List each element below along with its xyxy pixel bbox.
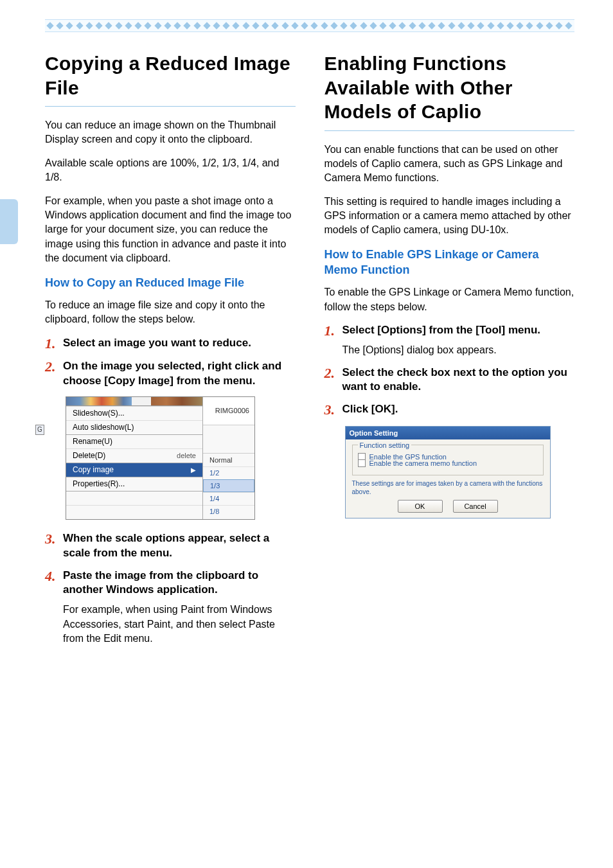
step-title: Click [OK]. [342,402,575,417]
side-tab-g: G [35,425,44,435]
step-title: Select [Options] from the [Tool] menu. [342,323,575,338]
step-number: 2. [45,359,57,389]
paragraph: To reduce an image file size and copy it… [45,298,296,327]
submenu-item-eighth[interactable]: 1/8 [203,505,254,518]
menu-item-label: Slideshow(S)... [73,409,125,418]
menu-item-label: Properties(R)... [73,479,125,488]
submenu-item-third[interactable]: 1/3 [203,479,254,492]
right-column: Enabling Functions Available with Other … [324,51,575,654]
step-body: For example, when using Paint from Windo… [63,603,296,646]
menu-item-properties[interactable]: Properties(R)... [66,477,202,491]
step-number: 2. [324,366,336,395]
step-title: When the scale options appear, select a … [63,531,296,561]
thumbnail-filename: RIMG0006 [203,397,254,425]
submenu-arrow-icon: ▶ [191,466,196,474]
step-title: Paste the image from the clipboard to an… [63,569,296,598]
paragraph: This setting is required to handle image… [324,195,575,238]
menu-item-delete[interactable]: Delete(D)delete [66,448,202,463]
menu-item-rename[interactable]: Rename(U) [66,434,202,448]
fieldset-legend: Function setting [358,441,412,449]
menu-item-label: Delete(D) [73,451,105,460]
checkbox-enable-memo[interactable]: Enable the camera memo function [358,459,538,467]
page-side-tab [0,199,18,244]
step-number: 4. [45,569,57,646]
checkbox-icon [358,459,366,467]
checkbox-label: Enable the camera memo function [369,459,477,467]
menu-item-label: Copy image [73,465,114,474]
step-number: 3. [45,531,57,561]
step-title: Select the check box next to the option … [342,366,575,395]
step-body: The [Options] dialog box appears. [342,343,575,357]
dialog-note: These settings are for images taken by a… [352,479,544,496]
step-number: 3. [324,402,336,418]
menu-right-spacer [203,425,254,454]
section-heading-copying: Copying a Reduced Image File [45,51,296,107]
step-number: 1. [324,323,336,357]
section-heading-enabling: Enabling Functions Available with Other … [324,51,575,131]
menu-item-auto-slideshow[interactable]: Auto slideshow(L) [66,420,202,434]
paragraph: You can enable functions that can be use… [324,143,575,186]
step-title: Select an image you want to reduce. [63,336,296,351]
menu-item-copy-image[interactable]: Copy image▶ [66,463,202,477]
ok-button[interactable]: OK [398,500,443,513]
menu-shortcut: delete [177,452,196,459]
decorative-diamond-border [45,19,574,32]
paragraph: You can reduce an image shown on the Thu… [45,118,296,147]
thumbnail-strip [66,397,202,406]
submenu-item-quarter[interactable]: 1/4 [203,492,254,505]
submenu-item-normal[interactable]: Normal [203,454,254,466]
paragraph: To enable the GPS Linkage or Camera Memo… [324,285,575,314]
left-column: Copying a Reduced Image File You can red… [45,51,296,654]
step-number: 1. [45,336,57,351]
menu-empty-row [66,491,202,505]
menu-item-label: Rename(U) [73,437,112,446]
subheading-copy-reduced: How to Copy an Reduced Image File [45,275,296,290]
subheading-enable-gps: How to Enable GPS Linkage or Camera Memo… [324,247,575,278]
paragraph: Available scale options are 100%, 1/2, 1… [45,156,296,185]
context-menu-screenshot: Slideshow(S)... Auto slideshow(L) Rename… [66,396,255,520]
step-title: On the image you selected, right click a… [63,359,296,389]
paragraph: For example, when you paste a shot image… [45,194,296,266]
menu-item-label: Auto slideshow(L) [73,423,134,432]
dialog-titlebar: Option Setting [346,427,550,439]
submenu-item-half[interactable]: 1/2 [203,466,254,479]
option-setting-dialog: Option Setting Function setting Enable t… [345,426,551,518]
menu-item-slideshow[interactable]: Slideshow(S)... [66,406,202,420]
cancel-button[interactable]: Cancel [453,500,498,513]
menu-empty-row [66,505,202,519]
